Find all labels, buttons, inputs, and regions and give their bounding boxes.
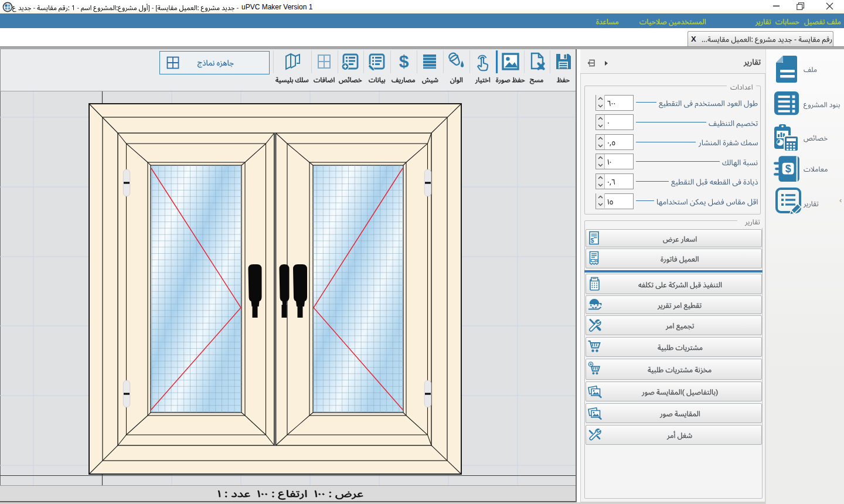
svg-text:$: $	[785, 163, 791, 175]
svg-text:$: $	[591, 237, 594, 244]
svg-text:$: $	[399, 52, 409, 71]
